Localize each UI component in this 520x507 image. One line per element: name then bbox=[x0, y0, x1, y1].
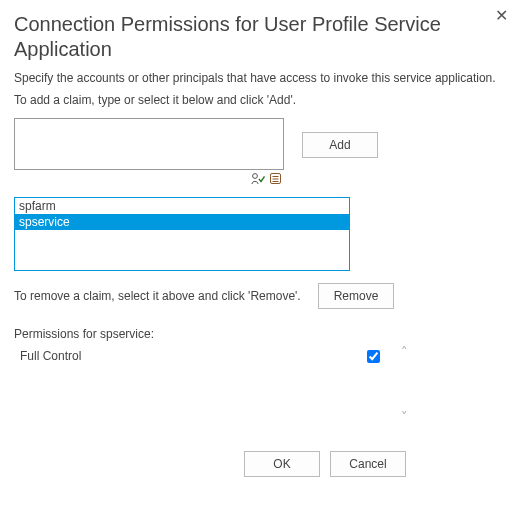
browse-icon[interactable] bbox=[269, 172, 282, 185]
svg-point-0 bbox=[253, 174, 258, 179]
permission-item: Full Control bbox=[20, 349, 380, 363]
permissions-scrollbar: ˄ ˅ bbox=[394, 345, 414, 423]
list-item[interactable]: spservice bbox=[15, 214, 349, 230]
people-picker-icons bbox=[251, 172, 282, 185]
dialog-title: Connection Permissions for User Profile … bbox=[14, 12, 466, 62]
list-item[interactable]: spfarm bbox=[15, 198, 349, 214]
scroll-up-icon[interactable]: ˄ bbox=[401, 345, 408, 358]
close-icon[interactable]: ✕ bbox=[495, 6, 508, 25]
permission-name: Full Control bbox=[20, 349, 81, 363]
add-claim-row: Add bbox=[14, 118, 506, 173]
connection-permissions-dialog: ✕ Connection Permissions for User Profil… bbox=[0, 0, 520, 491]
add-button[interactable]: Add bbox=[302, 132, 378, 158]
remove-button[interactable]: Remove bbox=[318, 283, 394, 309]
scroll-down-icon[interactable]: ˅ bbox=[401, 410, 408, 423]
permission-checkbox[interactable] bbox=[367, 350, 380, 363]
dialog-description: Specify the accounts or other principals… bbox=[14, 70, 506, 86]
claim-input-area bbox=[14, 118, 284, 173]
remove-row: To remove a claim, select it above and c… bbox=[14, 283, 506, 309]
permissions-box: Full Control ˄ ˅ bbox=[14, 345, 414, 423]
check-names-icon[interactable] bbox=[251, 172, 265, 185]
permissions-label: Permissions for spservice: bbox=[14, 327, 506, 341]
dialog-footer: OK Cancel bbox=[14, 451, 506, 477]
remove-instruction: To remove a claim, select it above and c… bbox=[14, 288, 302, 304]
cancel-button[interactable]: Cancel bbox=[330, 451, 406, 477]
add-instruction: To add a claim, type or select it below … bbox=[14, 92, 506, 108]
claim-input[interactable] bbox=[14, 118, 284, 170]
permissions-list: Full Control bbox=[14, 345, 386, 423]
principals-listbox[interactable]: spfarm spservice bbox=[14, 197, 350, 271]
ok-button[interactable]: OK bbox=[244, 451, 320, 477]
